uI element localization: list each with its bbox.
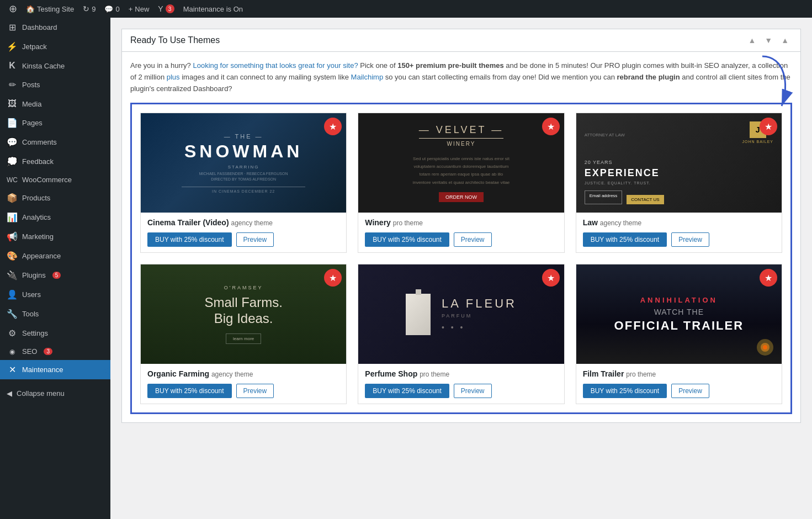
plugins-icon: 🔌 xyxy=(7,270,18,280)
film-info: Film Trailer pro theme BUY with 25% disc… xyxy=(576,364,782,404)
film-preview-button[interactable]: Preview xyxy=(671,384,709,398)
farming-type: agency theme xyxy=(211,370,253,378)
users-icon: 👤 xyxy=(7,289,18,300)
sidebar-label-marketing: Marketing xyxy=(22,232,54,241)
updates[interactable]: ↻ 9 xyxy=(78,0,100,18)
theme-thumb-perfume: LA FLEUR PARFUM • • • ★ xyxy=(358,264,564,364)
film-watch-prefix: WATCH THE xyxy=(654,308,704,316)
sidebar-item-media[interactable]: 🖼 Media xyxy=(0,94,110,113)
winery-star: ★ xyxy=(542,118,560,135)
sidebar-item-maintenance[interactable]: ✕ Maintenance ◀ xyxy=(0,360,110,379)
film-actions: BUY with 25% discount Preview xyxy=(583,384,775,398)
updates-count: 9 xyxy=(92,5,95,13)
perfume-type: pro theme xyxy=(420,370,449,378)
jetpack-icon: ⚡ xyxy=(7,41,18,52)
widget-body: Are you in a hurry? Looking for somethin… xyxy=(122,52,800,422)
site-name[interactable]: 🏠 Testing Site xyxy=(22,0,78,18)
site-name-label: Testing Site xyxy=(37,5,74,13)
sidebar-item-analytics[interactable]: 📊 Analytics xyxy=(0,208,110,227)
farming-name: Organic Farming xyxy=(147,369,209,378)
sidebar-item-appearance[interactable]: 🎨 Appearance xyxy=(0,246,110,266)
winery-buy-button[interactable]: BUY with 25% discount xyxy=(365,232,449,247)
desc-link1: Looking for something that looks great f… xyxy=(193,61,358,70)
desc-text5: so you can start collecting emails from … xyxy=(383,73,617,81)
collapse-menu-button[interactable]: ◀ Collapse menu xyxy=(0,384,110,403)
analytics-icon: 📊 xyxy=(7,212,18,223)
theme-thumb-law: J JOHN BAILEY ATTORNEY AT LAW 20 YEARS E… xyxy=(576,113,782,213)
sidebar-item-dashboard[interactable]: ⊞ Dashboard xyxy=(0,18,110,37)
sidebar-label-media: Media xyxy=(22,100,41,108)
seo-badge: 3 xyxy=(44,348,52,355)
sidebar-item-seo[interactable]: ◉ SEO 3 xyxy=(0,343,110,360)
desc-bold1: 150+ premium pre-built themes xyxy=(397,61,504,70)
sidebar-label-users: Users xyxy=(22,290,41,299)
law-tagline: ATTORNEY AT LAW xyxy=(585,121,625,137)
cinema-actions: BUY with 25% discount Preview xyxy=(147,232,339,247)
cinema-preview-button[interactable]: Preview xyxy=(236,232,274,247)
winery-preview-button[interactable]: Preview xyxy=(454,232,492,247)
sidebar-item-pages[interactable]: 📄 Pages xyxy=(0,113,110,133)
theme-thumb-winery: — VELVET — WINERY Sed ut perspiciatis un… xyxy=(358,113,564,213)
sidebar-label-plugins: Plugins xyxy=(22,271,46,279)
sidebar-item-products[interactable]: 📦 Products xyxy=(0,188,110,208)
perfume-star: ★ xyxy=(542,269,560,287)
comments-admin[interactable]: 💬 0 xyxy=(100,0,124,18)
themes-widget: Ready To Use Themes ▲ ▼ ▲ Are you in a h… xyxy=(121,29,801,423)
film-explosion xyxy=(754,336,776,358)
plus-icon: + xyxy=(129,5,133,13)
sidebar-item-plugins[interactable]: 🔌 Plugins 5 xyxy=(0,266,110,285)
law-preview-button[interactable]: Preview xyxy=(671,232,709,247)
perfume-buy-button[interactable]: BUY with 25% discount xyxy=(365,384,449,398)
pages-icon: 📄 xyxy=(7,118,18,128)
plugins-badge: 5 xyxy=(52,272,61,279)
new-content[interactable]: + New xyxy=(124,0,154,18)
widget-collapse-down[interactable]: ▼ xyxy=(761,35,776,46)
widget-close[interactable]: ▲ xyxy=(778,35,792,46)
theme-thumb-film: ANNIHILATION WATCH THE OFFICIAL TRAILER xyxy=(576,264,782,364)
collapse-icon: ◀ xyxy=(7,389,12,398)
perfume-actions: BUY with 25% discount Preview xyxy=(365,384,557,398)
sidebar-label-settings: Settings xyxy=(22,329,48,337)
farming-brand: O'RAMSEY xyxy=(224,285,263,290)
home-icon: 🏠 xyxy=(26,5,35,13)
sidebar-label-dashboard: Dashboard xyxy=(22,23,57,31)
winery-sub: WINERY xyxy=(447,141,476,147)
sidebar-label-comments: Comments xyxy=(22,138,57,146)
sidebar: ⊞ Dashboard ⚡ Jetpack K Kinsta Cache ✏ P… xyxy=(0,18,110,519)
cinema-release: IN CINEMAS DECEMBER 22 xyxy=(212,189,275,193)
cinema-divider xyxy=(182,187,305,187)
updates-icon: ↻ xyxy=(83,4,89,13)
maintenance-status[interactable]: Maintenance is On xyxy=(179,0,247,18)
sidebar-label-maintenance: Maintenance xyxy=(22,366,63,374)
theme-card-film: ANNIHILATION WATCH THE OFFICIAL TRAILER xyxy=(576,264,782,404)
sidebar-item-kinsta[interactable]: K Kinsta Cache xyxy=(0,56,110,75)
sidebar-item-woocommerce[interactable]: WC WooCommerce xyxy=(0,171,110,188)
sidebar-item-users[interactable]: 👤 Users xyxy=(0,285,110,304)
yoast[interactable]: Y 3 xyxy=(153,0,178,18)
feedback-icon: 💭 xyxy=(7,156,18,167)
perfume-preview-button[interactable]: Preview xyxy=(454,384,492,398)
sidebar-label-products: Products xyxy=(22,194,50,202)
desc-bold2: rebrand the plugin xyxy=(617,73,680,81)
sidebar-item-marketing[interactable]: 📢 Marketing xyxy=(0,227,110,246)
cinema-buy-button[interactable]: BUY with 25% discount xyxy=(147,232,232,247)
desc-link3: Mailchimp xyxy=(351,73,384,81)
law-buy-button[interactable]: BUY with 25% discount xyxy=(583,232,667,247)
sidebar-label-pages: Pages xyxy=(22,119,43,127)
sidebar-item-feedback[interactable]: 💭 Feedback xyxy=(0,152,110,171)
farming-preview-button[interactable]: Preview xyxy=(236,384,274,398)
sidebar-item-comments[interactable]: 💬 Comments xyxy=(0,133,110,152)
wp-logo[interactable]: ⊕ xyxy=(4,0,22,18)
desc-link2: plus xyxy=(167,73,180,81)
winery-name: Winery xyxy=(365,218,391,227)
sidebar-item-settings[interactable]: ⚙ Settings xyxy=(0,324,110,343)
film-buy-button[interactable]: BUY with 25% discount xyxy=(583,384,667,398)
maintenance-sidebar-icon: ✕ xyxy=(7,364,18,375)
widget-collapse-up[interactable]: ▲ xyxy=(745,35,759,46)
cinema-info1: STARRING xyxy=(228,165,259,170)
sidebar-item-posts[interactable]: ✏ Posts xyxy=(0,75,110,94)
farming-buy-button[interactable]: BUY with 25% discount xyxy=(147,384,232,398)
sidebar-item-jetpack[interactable]: ⚡ Jetpack xyxy=(0,37,110,56)
sidebar-item-tools[interactable]: 🔧 Tools xyxy=(0,304,110,324)
cinema-info2: MICHAEL FASSBENDER · REBECCA FERGUSON xyxy=(199,172,288,176)
